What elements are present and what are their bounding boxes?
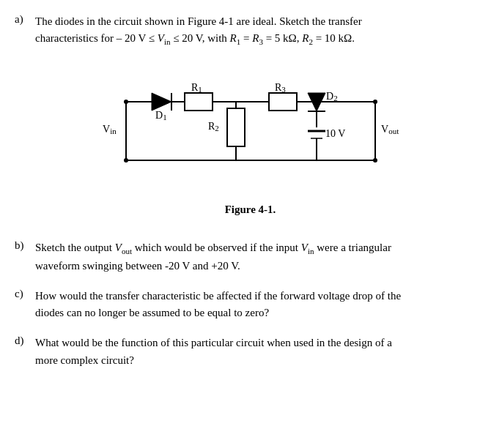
svg-rect-6	[227, 108, 245, 146]
label-a: a)	[15, 13, 35, 226]
question-d: d) What would be the function of this pa…	[15, 335, 465, 369]
question-b-text: Sketch the output Vout which would be ob…	[35, 239, 465, 275]
content-b: Sketch the output Vout which would be ob…	[35, 239, 465, 275]
label-b: b)	[15, 239, 35, 275]
content-c: How would the transfer characteristic be…	[35, 288, 465, 322]
r1-label: R1	[191, 82, 202, 94]
svg-point-23	[124, 100, 128, 104]
vout-label: Vout	[381, 124, 399, 135]
svg-rect-10	[269, 93, 297, 111]
question-c-text: How would the transfer characteristic be…	[35, 288, 465, 322]
svg-point-25	[373, 100, 377, 104]
question-a-text: The diodes in the circuit shown in Figur…	[35, 13, 465, 48]
r3-label: R3	[275, 82, 286, 94]
svg-point-26	[373, 158, 377, 163]
figure-label: Figure 4-1.	[35, 201, 465, 218]
r2-label: R2	[208, 121, 219, 132]
label-d: d)	[15, 335, 35, 369]
svg-rect-4	[185, 93, 213, 111]
content-d: What would be the function of this parti…	[35, 335, 465, 369]
question-d-text: What would be the function of this parti…	[35, 335, 465, 369]
d2-label: D2	[326, 91, 338, 102]
content-a: The diodes in the circuit shown in Figur…	[35, 13, 465, 226]
svg-marker-1	[152, 93, 171, 111]
question-c: c) How would the transfer characteristic…	[15, 288, 465, 322]
svg-point-24	[124, 158, 128, 163]
question-a: a) The diodes in the circuit shown in Fi…	[15, 13, 465, 226]
circuit-diagram: D1 R1 R2 R3 D2 10 V Vin Vout	[35, 61, 465, 197]
circuit-svg: D1 R1 R2 R3 D2 10 V Vin Vout	[82, 61, 419, 197]
label-c: c)	[15, 288, 35, 322]
vin-label: Vin	[103, 124, 117, 135]
v10-label: 10 V	[325, 128, 345, 139]
d1-label: D1	[155, 110, 167, 122]
question-b: b) Sketch the output Vout which would be…	[15, 239, 465, 275]
